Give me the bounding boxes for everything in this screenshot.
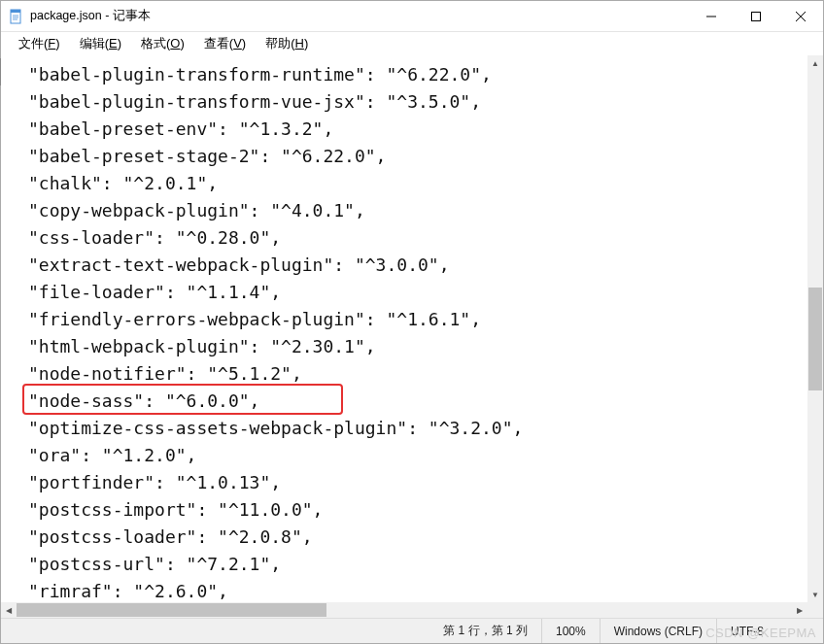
vertical-scrollbar[interactable]: ▲ ▼ bbox=[807, 55, 823, 602]
scroll-down-button[interactable]: ▼ bbox=[807, 587, 823, 602]
status-position: 第 1 行，第 1 列 bbox=[429, 619, 541, 643]
vertical-track[interactable] bbox=[807, 71, 823, 587]
scroll-right-button[interactable]: ▶ bbox=[792, 602, 807, 618]
notepad-icon bbox=[9, 9, 24, 24]
code-line: "babel-plugin-transform-vue-jsx": "^3.5.… bbox=[1, 88, 807, 116]
code-line: "chalk": "^2.0.1", bbox=[1, 170, 807, 197]
menu-file[interactable]: 文件(F) bbox=[11, 33, 68, 54]
editor-area: "babel-plugin-transform-runtime": "^6.22… bbox=[1, 55, 823, 618]
menu-format[interactable]: 格式(O) bbox=[133, 33, 192, 54]
code-line: "extract-text-webpack-plugin": "^3.0.0", bbox=[1, 252, 807, 279]
horizontal-scrollbar[interactable]: ◀ ▶ bbox=[1, 602, 807, 618]
code-line: "babel-plugin-transform-runtime": "^6.22… bbox=[1, 61, 807, 88]
svg-rect-6 bbox=[752, 12, 761, 20]
close-button[interactable] bbox=[778, 2, 823, 31]
status-line-ending: Windows (CRLF) bbox=[600, 619, 716, 643]
code-line: "file-loader": "^1.1.4", bbox=[1, 279, 807, 306]
minimize-button[interactable] bbox=[689, 2, 734, 31]
code-line: "postcss-loader": "^2.0.8", bbox=[1, 524, 807, 551]
code-line: "css-loader": "^0.28.0", bbox=[1, 224, 807, 252]
code-line: "ora": "^1.2.0", bbox=[1, 442, 807, 469]
horizontal-track[interactable] bbox=[17, 602, 792, 618]
code-line: "postcss-url": "^7.2.1", bbox=[1, 551, 807, 578]
titlebar[interactable]: package.json - 记事本 bbox=[1, 1, 823, 32]
code-line: "rimraf": "^2.6.0", bbox=[1, 578, 807, 602]
scroll-up-button[interactable]: ▲ bbox=[807, 55, 823, 71]
maximize-button[interactable] bbox=[734, 2, 778, 31]
code-line: "node-sass": "^6.0.0", bbox=[1, 388, 807, 415]
vertical-thumb[interactable] bbox=[808, 288, 822, 390]
code-line: "babel-preset-stage-2": "^6.22.0", bbox=[1, 143, 807, 170]
window-title: package.json - 记事本 bbox=[30, 8, 151, 24]
code-line: "friendly-errors-webpack-plugin": "^1.6.… bbox=[1, 306, 807, 333]
horizontal-thumb[interactable] bbox=[17, 603, 326, 617]
status-encoding: UTF-8 bbox=[716, 619, 823, 643]
code-line: "postcss-import": "^11.0.0", bbox=[1, 496, 807, 524]
svg-rect-1 bbox=[11, 10, 20, 13]
code-line: "html-webpack-plugin": "^2.30.1", bbox=[1, 333, 807, 360]
code-line: "babel-preset-env": "^1.3.2", bbox=[1, 116, 807, 143]
menu-edit[interactable]: 编辑(E) bbox=[72, 33, 129, 54]
text-editor[interactable]: "babel-plugin-transform-runtime": "^6.22… bbox=[1, 55, 807, 602]
code-line: "portfinder": "^1.0.13", bbox=[1, 469, 807, 496]
statusbar: 第 1 行，第 1 列 100% Windows (CRLF) UTF-8 bbox=[1, 618, 823, 643]
code-line: "optimize-css-assets-webpack-plugin": "^… bbox=[1, 415, 807, 442]
code-line: "node-notifier": "^5.1.2", bbox=[1, 360, 807, 388]
notepad-window: package.json - 记事本 文件(F) 编辑(E) 格式(O) 查看(… bbox=[0, 0, 824, 644]
status-zoom: 100% bbox=[541, 619, 600, 643]
scroll-corner bbox=[807, 602, 823, 618]
menu-help[interactable]: 帮助(H) bbox=[258, 33, 316, 54]
menu-view[interactable]: 查看(V) bbox=[196, 33, 254, 54]
scroll-left-button[interactable]: ◀ bbox=[1, 602, 17, 618]
code-line: "copy-webpack-plugin": "^4.0.1", bbox=[1, 197, 807, 224]
menubar: 文件(F) 编辑(E) 格式(O) 查看(V) 帮助(H) bbox=[1, 32, 823, 55]
